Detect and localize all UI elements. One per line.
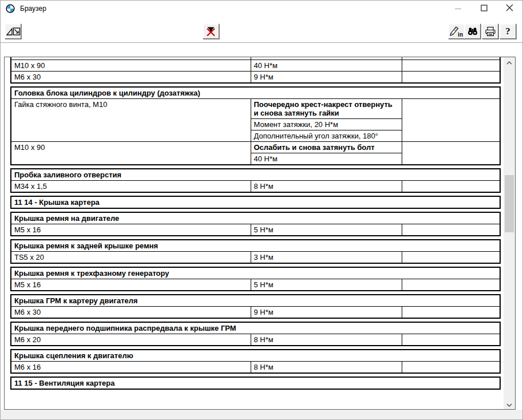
- section-title-table: 11 15 - Вентиляция картера: [10, 377, 501, 390]
- table-section-header: Крышка ремня к трехфазному генератору: [11, 267, 500, 279]
- table-section-header: Крышка переднего подшипника распредвала …: [11, 322, 500, 334]
- torque-value-cell: 5 Н*м: [251, 279, 402, 291]
- torque-value-cell: 40 Н*м: [251, 60, 402, 72]
- note-cell: [402, 307, 500, 319]
- table-row: M6 x 208 Н*м: [11, 334, 500, 346]
- search-button[interactable]: [464, 23, 481, 39]
- maximize-icon: [481, 5, 488, 13]
- table-row: Гайка стяжного винта, М10Поочередно крес…: [11, 99, 500, 119]
- torque-table: Крышка ремня на двигателеM5 x 165 Н*м: [10, 212, 501, 236]
- torque-value-cell: 8 Н*м: [251, 334, 402, 346]
- section-title: 11 15 - Вентиляция картера: [11, 377, 500, 389]
- document-panel: M10 x 9040 Н*м M6 x 309 Н*м Головка блок…: [4, 57, 516, 410]
- note-cell: [402, 334, 500, 346]
- fastener-cell: Гайка стяжного винта, М10: [11, 99, 251, 142]
- minimize-icon: [455, 9, 461, 9]
- toolbar-separator: [0, 42, 523, 43]
- fastener-cell: М10 x 90: [11, 142, 251, 165]
- measure-pen-icon: in: [450, 26, 463, 37]
- page-select-button[interactable]: [5, 23, 21, 39]
- torque-value-cell: 8 Н*м: [251, 362, 402, 374]
- table-section-header: Крышка ремня на двигателе: [11, 212, 500, 224]
- fastener-cell: M6 x 20: [11, 334, 251, 346]
- document-tables: M10 x 9040 Н*м M6 x 309 Н*м Головка блок…: [5, 57, 503, 409]
- torque-value-cell: 5 Н*м: [251, 224, 402, 236]
- torque-value-cell: 40 Н*м: [251, 153, 402, 165]
- note-cell: [402, 362, 500, 374]
- close-icon: [506, 4, 513, 13]
- bmw-logo-icon[interactable]: [6, 4, 15, 13]
- table-row: M6 x 168 Н*м: [11, 362, 500, 374]
- note-cell: [402, 142, 500, 165]
- table-row: M6 x 309 Н*м: [11, 307, 500, 319]
- torque-table: Крышка ремня к трехфазному генераторуM5 …: [10, 267, 501, 291]
- window-titlebar: Браузер: [0, 0, 523, 18]
- filter-remove-icon: [205, 26, 216, 37]
- chevron-up-icon: [506, 58, 512, 66]
- torque-table: Пробка заливного отверстияМ34 x 1,58 Н*м: [10, 168, 501, 193]
- close-button[interactable]: [497, 0, 522, 17]
- torque-value-cell: Ослабить и снова затянуть болт: [251, 142, 402, 153]
- fastener-cell: M10 x 90: [11, 60, 251, 72]
- window-bottom-strip: [0, 410, 523, 420]
- fastener-cell: M5 x 16: [11, 279, 251, 291]
- table-section-header: Крышка сцепления к двигателю: [11, 350, 500, 362]
- torque-value-cell: 8 Н*м: [251, 181, 402, 193]
- note-cell: [402, 181, 500, 193]
- scroll-up-button[interactable]: [504, 57, 515, 67]
- torque-value-cell: Поочередно крест-накрест отвернуть и сно…: [251, 99, 402, 119]
- printer-icon: [485, 26, 496, 37]
- table-row: М10 x 90Ослабить и снова затянуть болт: [11, 142, 500, 153]
- window-controls: [445, 0, 522, 17]
- scroll-down-button[interactable]: [504, 399, 515, 409]
- table-row: TS5 x 203 Н*м: [11, 252, 500, 264]
- fastener-cell: M6 x 16: [11, 362, 251, 374]
- torque-table: Крышка ремня к задней крышке ремняTS5 x …: [10, 239, 501, 264]
- torque-table: M10 x 9040 Н*м M6 x 309 Н*м: [10, 57, 501, 84]
- table-section-header: Крышка ремня к задней крышке ремня: [11, 240, 500, 252]
- note-cell: [402, 224, 500, 236]
- torque-table: Крышка переднего подшипника распредвала …: [10, 322, 501, 346]
- torque-table: Головка блока цилиндров к цилиндру (доза…: [10, 86, 501, 165]
- table-row: M10 x 9040 Н*м: [11, 60, 500, 72]
- question-mark-icon: ?: [505, 26, 510, 36]
- note-cell: [402, 99, 500, 142]
- print-button[interactable]: [482, 23, 498, 39]
- fastener-cell: TS5 x 20: [11, 252, 251, 264]
- torque-value-cell: 9 Н*м: [251, 307, 402, 319]
- note-cell: [402, 60, 500, 72]
- inches-label: in: [458, 32, 463, 38]
- table-section-header: Крышка ГРМ к картеру двигателя: [11, 295, 500, 307]
- torque-value-cell: Дополнительный угол затяжки, 180°: [251, 130, 402, 142]
- table-row: M5 x 165 Н*м: [11, 224, 500, 236]
- torque-value-cell: 3 Н*м: [251, 252, 402, 264]
- window-title: Браузер: [20, 5, 46, 13]
- maximize-button[interactable]: [471, 0, 497, 17]
- torque-value-cell: Момент затяжки, 20 Н*м: [251, 119, 402, 130]
- torque-table: Крышка ГРМ к картеру двигателяM6 x 309 Н…: [10, 294, 501, 319]
- fastener-cell: М34 x 1,5: [11, 181, 251, 193]
- toolbar: in ?: [0, 17, 523, 42]
- remove-filter-button[interactable]: [203, 23, 219, 39]
- fastener-cell: M5 x 16: [11, 224, 251, 236]
- units-inches-button[interactable]: in: [448, 23, 465, 39]
- table-row: M6 x 309 Н*м: [11, 72, 500, 84]
- binoculars-icon: [467, 26, 478, 36]
- help-button[interactable]: ?: [500, 23, 516, 39]
- note-cell: [402, 279, 500, 291]
- section-title: 11 14 - Крышка картера: [11, 196, 500, 208]
- page-select-icon: [6, 26, 21, 37]
- section-title-table: 11 14 - Крышка картера: [10, 196, 501, 209]
- fastener-cell: M6 x 30: [11, 72, 251, 84]
- chevron-down-icon: [506, 400, 512, 409]
- minimize-button[interactable]: [445, 0, 471, 17]
- torque-value-cell: 9 Н*м: [251, 72, 402, 84]
- table-section-header: Пробка заливного отверстия: [11, 169, 500, 181]
- torque-table: Крышка сцепления к двигателюM6 x 168 Н*м: [10, 349, 501, 374]
- note-cell: [402, 252, 500, 264]
- table-row: M5 x 165 Н*м: [11, 279, 500, 291]
- scrollbar-thumb[interactable]: [505, 175, 514, 232]
- note-cell: [402, 72, 500, 84]
- vertical-scrollbar[interactable]: [504, 57, 515, 409]
- table-row: М34 x 1,58 Н*м: [11, 181, 500, 193]
